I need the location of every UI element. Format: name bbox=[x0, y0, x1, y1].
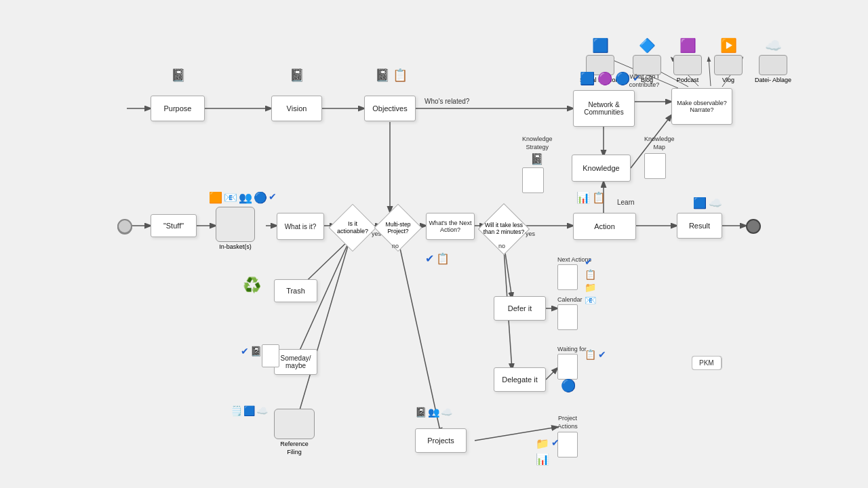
projects-node: Projects bbox=[415, 428, 467, 453]
planner-nextactions-icon: 📋 bbox=[585, 269, 596, 280]
teams-small-icon: 🟣 bbox=[597, 71, 612, 86]
project-actions-doc bbox=[557, 432, 578, 458]
onenote-purpose-icon: 📓 bbox=[171, 68, 186, 82]
delegate-waiting-icon: 🔵 bbox=[561, 378, 576, 393]
projects-icons: 📓 👥 ☁️ bbox=[415, 407, 452, 418]
todo-pa-icon: ✔ bbox=[551, 437, 559, 450]
planner-icon: 📋 bbox=[436, 252, 450, 265]
whos-related-label: Who's related? bbox=[425, 98, 469, 105]
svg-line-29 bbox=[546, 368, 557, 380]
planner-todo-icons: ✔ 📋 bbox=[425, 252, 450, 265]
what-contribute-label: What can I contribute? bbox=[617, 73, 671, 89]
onenote-projects-icon: 📓 bbox=[415, 407, 427, 418]
teams-icon: 👥 bbox=[239, 191, 252, 204]
knowledge-node: Knowledge bbox=[572, 155, 631, 182]
inbasket-icons: 🟧 📧 👥 🔵 ✔ bbox=[209, 191, 277, 204]
sticky-notes-icon: 🗒️ bbox=[231, 405, 242, 416]
network-node: Network & Communities bbox=[573, 90, 635, 127]
vlog-service: ▶️ Vlog bbox=[714, 37, 743, 83]
vision-icon: 📓 bbox=[290, 68, 304, 83]
recycle-icon: ♻️ bbox=[243, 277, 261, 293]
stuff-node: "Stuff" bbox=[151, 214, 197, 237]
podcast-service: 🟪 Podcast bbox=[673, 37, 702, 83]
delve-icon: 🔷 bbox=[639, 37, 656, 54]
knowledge-map-label: KnowledgeMap bbox=[644, 136, 675, 151]
project-pa-icon: 📁 bbox=[536, 437, 549, 450]
project-actions-label: ProjectActions bbox=[557, 415, 578, 430]
purpose-node: Purpose bbox=[151, 96, 205, 121]
pkm-button[interactable]: PKM bbox=[692, 356, 722, 370]
vision-node: Vision bbox=[271, 96, 322, 121]
knowledge-strategy-doc bbox=[522, 167, 544, 193]
todo-nextactions-icon: ✔ bbox=[585, 256, 596, 267]
inbasket-label: In-basket(s) bbox=[216, 243, 255, 250]
action-node: Action bbox=[573, 213, 636, 240]
ms-project-icon-bottom: 📊 bbox=[536, 453, 549, 466]
reference-icons: 🗒️ 🟦 ☁️ bbox=[231, 405, 268, 416]
yammer-icon2: 🔵 bbox=[254, 191, 267, 204]
end-circle bbox=[746, 219, 761, 234]
stream-icon: ▶️ bbox=[720, 37, 737, 54]
is-actionable-diamond bbox=[329, 204, 377, 252]
podcast-cylinder bbox=[673, 55, 702, 75]
calendar-doc bbox=[557, 304, 578, 330]
knowledge-map-group: KnowledgeMap bbox=[644, 136, 675, 179]
waiting-doc bbox=[557, 354, 578, 380]
sharepoint-result-icon: 🟦 bbox=[693, 197, 707, 209]
reference-cylinder bbox=[274, 409, 315, 439]
objectives-icons: 📓 📋 bbox=[375, 68, 408, 83]
no-label-2: no bbox=[498, 243, 505, 249]
learn-label: Learn bbox=[617, 199, 635, 206]
trash-node: Trash bbox=[274, 279, 317, 302]
outlook-nextactions-icon: 📧 bbox=[585, 295, 596, 306]
sharepoint-icon: 🟪 bbox=[679, 37, 696, 54]
datei-cylinder bbox=[759, 55, 787, 75]
next-actions-doc bbox=[557, 264, 578, 290]
result-icons: 🟦 ☁️ bbox=[693, 197, 722, 209]
podcast-label: Podcast bbox=[677, 77, 699, 83]
calendar-group: Calendar bbox=[557, 296, 583, 330]
project-actions-group: ProjectActions bbox=[557, 415, 578, 458]
onenote-someday-icon: 📓 bbox=[250, 346, 262, 357]
planner-obj-icon: 📋 bbox=[393, 68, 408, 83]
project-nextactions-icon: 📁 bbox=[585, 282, 596, 293]
datei-service: ☁️ Datei- Ablage bbox=[755, 37, 791, 83]
planner2-icon: 📋 bbox=[592, 191, 606, 204]
workflow-canvas: 🟦 Social Network 🔷 Blog 🟪 Podcast ▶️ Vlo… bbox=[0, 0, 868, 488]
todo-icon: ✔ bbox=[269, 191, 277, 204]
delegate-icon: 🔵 bbox=[561, 378, 576, 393]
trash-icon-container: ♻️ bbox=[243, 277, 261, 294]
someday-node: Someday/ maybe bbox=[274, 349, 317, 375]
inbasket-container: In-basket(s) bbox=[216, 207, 255, 250]
planner-waiting-icon: 📋 bbox=[585, 349, 596, 360]
svg-line-25 bbox=[398, 239, 441, 434]
yammer-icon: 🟦 bbox=[592, 37, 609, 54]
sharepoint-ref-icon: 🟦 bbox=[243, 405, 255, 416]
waiting-icons: 📋 ✔ bbox=[585, 349, 606, 360]
todo-waiting-icon: ✔ bbox=[598, 349, 606, 360]
project-actions-icons: 📁 ✔ bbox=[536, 437, 559, 450]
msproject-icon: 📊 bbox=[536, 453, 549, 465]
onedrive-icon: ☁️ bbox=[765, 37, 782, 54]
reference-container: ReferenceFiling bbox=[274, 409, 315, 456]
knowledge-strategy-group: KnowledgeStrategy 📓 bbox=[522, 136, 553, 193]
teams-projects-icon: 👥 bbox=[428, 407, 439, 418]
inbasket-cylinder-body bbox=[216, 207, 255, 242]
defer-node: Defer it bbox=[494, 296, 546, 321]
onedrive-result-icon: ☁️ bbox=[709, 197, 722, 209]
no-label-1: no bbox=[392, 243, 399, 249]
calendar-label: Calendar bbox=[557, 296, 583, 303]
vlog-label: Vlog bbox=[722, 77, 734, 83]
yammer-small-icon: 🟦 bbox=[580, 71, 595, 86]
onenote-obj-icon: 📓 bbox=[375, 68, 390, 83]
purpose-icon: 📓 bbox=[171, 68, 186, 83]
make-observable-node: Make observable? Narrate? bbox=[671, 88, 732, 125]
reference-label: ReferenceFiling bbox=[274, 441, 315, 456]
onedrive-projects-icon: ☁️ bbox=[441, 407, 452, 418]
action-icons: 📊 📋 bbox=[576, 191, 606, 204]
someday-doc bbox=[262, 344, 279, 367]
next-actions-icons: ✔ 📋 📁 📧 bbox=[585, 256, 596, 306]
objectives-node: Objectives bbox=[364, 96, 416, 121]
svg-line-24 bbox=[296, 239, 350, 424]
onenote-knowledge-icon: 📓 bbox=[530, 152, 544, 165]
